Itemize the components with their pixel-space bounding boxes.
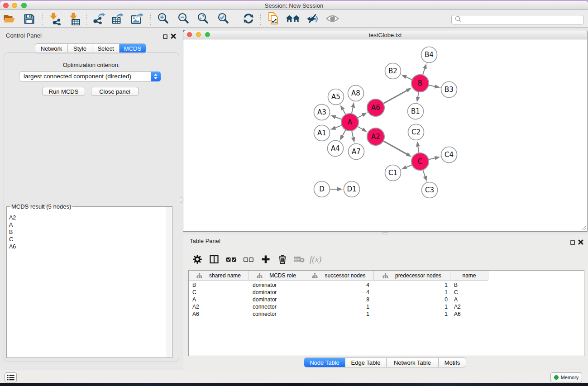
edge-arrowhead (340, 135, 344, 140)
node-label-B4: B4 (425, 51, 434, 59)
cell[interactable]: 1 (374, 289, 448, 295)
tab-motifs[interactable]: Motifs (439, 358, 466, 367)
checked-boxes-button[interactable] (223, 254, 239, 266)
hide-eye-button[interactable] (305, 11, 320, 28)
tab-style[interactable]: Style (68, 44, 92, 53)
cell[interactable]: A2 (454, 304, 486, 310)
table-panel-float-icon[interactable] (570, 238, 575, 247)
cell[interactable]: A (454, 296, 486, 303)
zoom-selected-button[interactable] (216, 11, 230, 28)
cell[interactable]: dominator (253, 289, 298, 295)
cell[interactable]: B (454, 282, 486, 288)
gear-button[interactable] (189, 254, 206, 266)
cell[interactable]: dominator (253, 296, 298, 303)
clone-network-button[interactable] (266, 11, 281, 28)
mcds-result-title: MCDS result (5 nodes) (10, 203, 72, 210)
tab-network-table[interactable]: Network Table (387, 358, 439, 367)
cell[interactable]: connector (253, 311, 298, 317)
optimization-dropdown[interactable]: largest connected component (directed) (19, 71, 161, 81)
cell[interactable]: connector (253, 304, 298, 310)
cell[interactable]: 8 (304, 296, 369, 303)
control-panel-title: Control Panel (6, 32, 42, 39)
column-header-name[interactable]: name (450, 271, 488, 281)
task-history-button[interactable] (5, 372, 17, 382)
trash-button[interactable] (274, 254, 291, 266)
toolbar-separator (86, 14, 87, 26)
split-handle-vertical[interactable] (180, 197, 182, 203)
table-row-A2[interactable]: A2connector11A2 (189, 304, 584, 311)
import-table-button[interactable] (67, 11, 81, 28)
cell[interactable]: A2 (192, 304, 247, 310)
import-network-button[interactable] (47, 11, 62, 28)
export-network-button[interactable] (92, 11, 106, 28)
cell[interactable]: A6 (192, 311, 247, 317)
cell[interactable]: B (192, 282, 247, 288)
memory-label: Memory (561, 375, 579, 380)
table-row-A[interactable]: Adominator80A (189, 296, 584, 304)
cell[interactable]: 1 (374, 282, 448, 288)
search-input[interactable] (451, 15, 584, 24)
column-header-successor-nodes[interactable]: successor nodes (304, 271, 374, 281)
mcds-result-list[interactable]: A2ABCA6 (9, 214, 16, 250)
mcds-result-item[interactable]: A (9, 221, 16, 229)
column-header-shared-name[interactable]: shared name (189, 271, 249, 281)
network-graph-canvas[interactable]: AA1A3A5A8A4A7A6A2BB1B2B3B4CC1C2C3C4DD1 (183, 39, 587, 231)
table-panel-close-icon[interactable] (578, 238, 583, 247)
refresh-button[interactable] (241, 11, 256, 28)
tab-edge-table[interactable]: Edge Table (345, 358, 387, 367)
export-table-button[interactable] (110, 11, 125, 28)
cell[interactable]: 0 (374, 296, 448, 303)
open-folder-button[interactable] (2, 11, 16, 28)
cell[interactable]: C (454, 289, 486, 295)
column-header-MCDS-role[interactable]: MCDS role (249, 271, 304, 281)
edge-arrowhead (416, 141, 420, 147)
cell[interactable]: 1 (304, 311, 369, 317)
cell[interactable]: A (192, 296, 247, 303)
cell[interactable]: 4 (304, 289, 369, 295)
eye-button[interactable] (325, 11, 340, 28)
cell[interactable]: A6 (454, 311, 486, 317)
unchecked-boxes-button[interactable] (240, 254, 257, 266)
run-mcds-button[interactable]: Run MCDS (42, 87, 85, 96)
cell[interactable]: 4 (304, 282, 369, 288)
split-column-button[interactable] (206, 254, 222, 266)
tab-network[interactable]: Network (35, 44, 68, 53)
plus-button[interactable] (258, 254, 274, 266)
close-panel-button[interactable]: Close panel (91, 87, 139, 96)
app-titlebar[interactable]: Session: New Session (0, 1, 588, 10)
resize-grip-icon[interactable] (581, 225, 587, 231)
zoom-fit-button[interactable] (196, 11, 210, 28)
memory-button[interactable]: Memory (550, 372, 582, 382)
zoom-out-button[interactable] (176, 11, 191, 28)
cell[interactable]: 1 (304, 304, 369, 310)
home-button[interactable] (286, 11, 300, 28)
column-header-predecessor-nodes[interactable]: predecessor nodes (374, 271, 450, 281)
table-row-A6[interactable]: A6connector11A6 (189, 311, 584, 318)
mcds-result-item[interactable]: B (9, 229, 16, 236)
cell[interactable]: 1 (374, 304, 448, 310)
mcds-result-item[interactable]: A2 (9, 214, 16, 221)
control-panel-float-icon[interactable] (163, 33, 167, 41)
table-row-C[interactable]: Cdominator41C (189, 289, 584, 296)
home-icon (286, 15, 300, 24)
mcds-result-scrollbar[interactable] (167, 207, 172, 357)
tab-node-table[interactable]: Node Table (304, 358, 345, 367)
mcds-result-item[interactable]: A6 (9, 243, 16, 250)
table-tabs: Node TableEdge TableNetwork TableMotifs (304, 358, 466, 367)
control-panel-close-icon[interactable] (171, 33, 176, 41)
tab-select[interactable]: Select (92, 44, 120, 53)
export-image-button[interactable] (130, 11, 144, 28)
zoom-in-button[interactable] (156, 11, 170, 28)
mcds-result-group: MCDS result (5 nodes) A2ABCA6 (6, 206, 172, 358)
edge-tip (427, 181, 427, 182)
tab-mcds[interactable]: MCDS (120, 44, 146, 53)
cell[interactable]: dominator (253, 282, 298, 288)
save-button[interactable] (22, 11, 36, 28)
network-window-titlebar[interactable]: testGlobe.txt (183, 30, 587, 39)
mcds-result-item[interactable]: C (9, 236, 16, 243)
cell[interactable]: 1 (374, 311, 448, 317)
node-label-A4: A4 (331, 144, 340, 152)
table-row-B[interactable]: Bdominator41B (189, 282, 584, 289)
cell[interactable]: C (192, 289, 247, 295)
tree-icon (382, 273, 388, 278)
